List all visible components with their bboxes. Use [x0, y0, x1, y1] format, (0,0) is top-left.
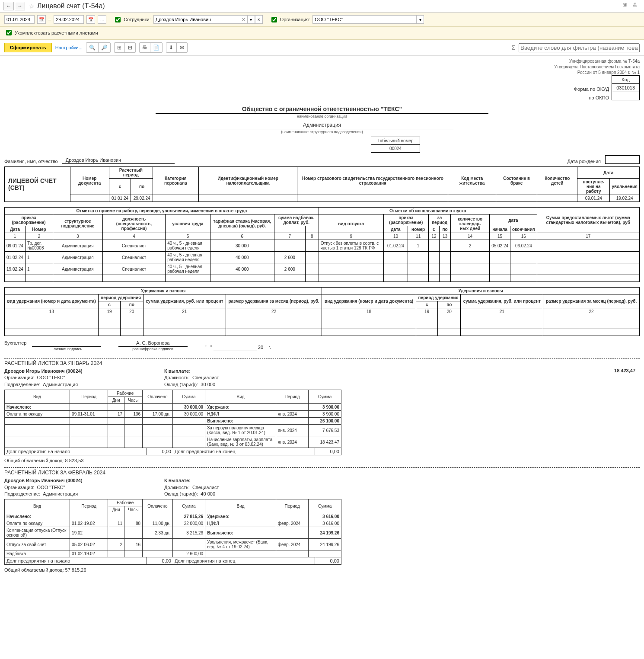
h-period: Расчетный период — [109, 167, 153, 179]
wh2: Отметки об использовании отпуска — [319, 208, 537, 214]
org-checkbox[interactable] — [271, 17, 277, 22]
collapse-button[interactable]: ⊟ — [125, 43, 135, 52]
print-icon[interactable]: 🖶 — [633, 2, 641, 10]
dept-caption: (наименование структурного подразделения… — [4, 130, 640, 134]
search-input[interactable] — [519, 43, 640, 52]
date-dash: – — [48, 17, 51, 22]
date-to-picker-button[interactable]: 📅 — [86, 15, 95, 24]
page-title: Лицевой счет (Т-54а) — [37, 2, 105, 10]
h-po: по — [131, 179, 153, 195]
code-header: Код — [612, 76, 640, 84]
h-snils: Номер страхового свидетельства государст… — [297, 167, 448, 195]
h-cat: Категория персонала — [153, 167, 198, 195]
slip2-title: РАСЧЕТНЫЙ ЛИСТОК ЗА ФЕВРАЛЬ 2024 — [4, 470, 640, 476]
nav-forward-button[interactable]: → — [15, 2, 25, 10]
v-po: 29.02.24 — [131, 195, 153, 202]
settings-link[interactable]: Настройки... — [55, 45, 83, 50]
save-button[interactable]: ⬇ — [166, 43, 177, 52]
okpo-label: по ОКПО — [574, 93, 609, 102]
form-note-3: России от 5 января 2004 г. № 1 — [4, 70, 640, 75]
wh1: Отметка о приеме на работу, переводе, ув… — [5, 208, 319, 214]
wh-ben: Сумма предоставляемых льгот (сумма станд… — [537, 208, 639, 233]
org-input[interactable] — [312, 15, 416, 24]
zoom-out-button[interactable]: 🔎 — [99, 43, 110, 52]
v-s: 01.01.24 — [109, 195, 131, 202]
sign-role: Бухгалтер — [4, 340, 26, 345]
org-name: Общество с ограниченной ответственностью… — [156, 106, 488, 114]
form-note-1: Унифицированная форма № Т-54а — [4, 58, 640, 64]
org-dropdown-button[interactable]: ▾ — [416, 15, 424, 24]
date-from-picker-button[interactable]: 📅 — [37, 15, 46, 24]
dept-name: Администрация — [191, 122, 453, 129]
tabel-label: Табельный номер — [371, 137, 420, 145]
employees-label: Сотрудники: — [124, 17, 151, 22]
fio-label: Фамилия, имя, отчество — [4, 159, 58, 164]
complete-checkbox[interactable] — [6, 30, 12, 35]
doc-title: ЛИЦЕВОЙ СЧЕТ (СВТ) — [5, 167, 70, 202]
expand-button[interactable]: ⊞ — [115, 43, 125, 52]
tabel-value: 00024 — [371, 145, 420, 153]
print-button[interactable]: 🖶 — [140, 43, 150, 52]
employee-input[interactable] — [153, 15, 249, 24]
dob-box — [605, 155, 640, 164]
preview-button[interactable]: 📄 — [150, 43, 162, 52]
sigma-icon[interactable]: Σ — [511, 44, 515, 51]
employee-dropdown-button[interactable]: ▾ — [247, 15, 255, 24]
okud-value: 0301013 — [612, 84, 640, 92]
nav-back-button[interactable]: ← — [3, 2, 14, 10]
zoom-in-button[interactable]: 🔍 — [86, 43, 99, 52]
favorite-icon[interactable]: ☆ — [29, 2, 35, 10]
h-place: Код места жительства — [448, 167, 496, 195]
date-to-input[interactable] — [54, 15, 84, 24]
complete-label: Укомплектовать расчетными листами — [15, 30, 98, 35]
h-date: Дата — [577, 167, 640, 179]
employees-checkbox[interactable] — [115, 17, 121, 22]
okud-label: Форма по ОКУД — [574, 85, 609, 93]
v-in: 09.01.24 — [577, 195, 610, 202]
okpo-value — [612, 92, 640, 100]
dob-label: Дата рождения — [567, 159, 601, 164]
h-s: с — [109, 179, 131, 195]
h-marital: Состояние в браке — [496, 167, 537, 195]
date-from-input[interactable] — [4, 15, 35, 24]
h-out: увольнения — [610, 179, 640, 195]
form-note-2: Утверждена Постановлением Госкомстата — [4, 64, 640, 70]
generate-button[interactable]: Сформировать — [4, 43, 52, 52]
email-button[interactable]: ✉ — [177, 43, 187, 52]
slip1-title: РАСЧЕТНЫЙ ЛИСТОК ЗА ЯНВАРЬ 2024 — [4, 360, 640, 366]
employee-clear-icon[interactable]: ✕ — [240, 17, 247, 22]
org-label: Организация: — [280, 17, 310, 22]
v-out: 19.02.24 — [610, 195, 640, 202]
save-icon[interactable]: 🖫 — [622, 2, 630, 10]
fio-value: Дроздов Игорь Иванович — [62, 157, 175, 164]
employee-clear-button[interactable]: × — [255, 15, 263, 24]
h-docnum: Номер документа — [70, 167, 109, 195]
h-children: Количество детей — [537, 167, 577, 195]
org-caption: наименование организации — [4, 114, 640, 118]
h-in: поступле- ния на работу — [577, 179, 610, 195]
h-inn: Идентификационный номер налогоплательщик… — [198, 167, 297, 195]
date-period-button[interactable]: ... — [98, 15, 106, 24]
